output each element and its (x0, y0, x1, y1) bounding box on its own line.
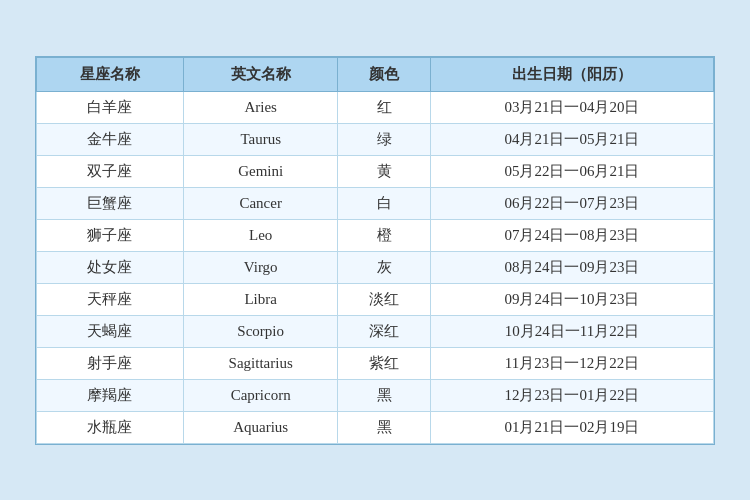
table-row: 白羊座Aries红03月21日一04月20日 (37, 91, 714, 123)
cell-r2-c3: 05月22日一06月21日 (430, 155, 713, 187)
cell-r10-c0: 水瓶座 (37, 411, 184, 443)
cell-r0-c3: 03月21日一04月20日 (430, 91, 713, 123)
cell-r6-c1: Libra (183, 283, 338, 315)
table-row: 摩羯座Capricorn黑12月23日一01月22日 (37, 379, 714, 411)
table-body: 白羊座Aries红03月21日一04月20日金牛座Taurus绿04月21日一0… (37, 91, 714, 443)
cell-r3-c0: 巨蟹座 (37, 187, 184, 219)
zodiac-table-container: 星座名称英文名称颜色出生日期（阳历） 白羊座Aries红03月21日一04月20… (35, 56, 715, 445)
cell-r1-c3: 04月21日一05月21日 (430, 123, 713, 155)
table-row: 处女座Virgo灰08月24日一09月23日 (37, 251, 714, 283)
cell-r7-c3: 10月24日一11月22日 (430, 315, 713, 347)
cell-r5-c0: 处女座 (37, 251, 184, 283)
cell-r3-c2: 白 (338, 187, 431, 219)
cell-r7-c0: 天蝎座 (37, 315, 184, 347)
cell-r9-c1: Capricorn (183, 379, 338, 411)
cell-r3-c3: 06月22日一07月23日 (430, 187, 713, 219)
cell-r1-c0: 金牛座 (37, 123, 184, 155)
cell-r3-c1: Cancer (183, 187, 338, 219)
cell-r7-c2: 深红 (338, 315, 431, 347)
table-row: 射手座Sagittarius紫红11月23日一12月22日 (37, 347, 714, 379)
col-header-0: 星座名称 (37, 57, 184, 91)
cell-r4-c0: 狮子座 (37, 219, 184, 251)
cell-r0-c2: 红 (338, 91, 431, 123)
cell-r4-c1: Leo (183, 219, 338, 251)
cell-r2-c2: 黄 (338, 155, 431, 187)
cell-r2-c1: Gemini (183, 155, 338, 187)
cell-r5-c2: 灰 (338, 251, 431, 283)
cell-r1-c2: 绿 (338, 123, 431, 155)
table-row: 双子座Gemini黄05月22日一06月21日 (37, 155, 714, 187)
cell-r2-c0: 双子座 (37, 155, 184, 187)
cell-r10-c1: Aquarius (183, 411, 338, 443)
cell-r9-c0: 摩羯座 (37, 379, 184, 411)
table-row: 金牛座Taurus绿04月21日一05月21日 (37, 123, 714, 155)
table-header-row: 星座名称英文名称颜色出生日期（阳历） (37, 57, 714, 91)
cell-r0-c0: 白羊座 (37, 91, 184, 123)
table-row: 天秤座Libra淡红09月24日一10月23日 (37, 283, 714, 315)
cell-r8-c3: 11月23日一12月22日 (430, 347, 713, 379)
col-header-3: 出生日期（阳历） (430, 57, 713, 91)
table-row: 天蝎座Scorpio深红10月24日一11月22日 (37, 315, 714, 347)
cell-r5-c3: 08月24日一09月23日 (430, 251, 713, 283)
cell-r8-c0: 射手座 (37, 347, 184, 379)
cell-r6-c3: 09月24日一10月23日 (430, 283, 713, 315)
table-row: 狮子座Leo橙07月24日一08月23日 (37, 219, 714, 251)
col-header-1: 英文名称 (183, 57, 338, 91)
cell-r4-c2: 橙 (338, 219, 431, 251)
table-row: 巨蟹座Cancer白06月22日一07月23日 (37, 187, 714, 219)
cell-r10-c3: 01月21日一02月19日 (430, 411, 713, 443)
cell-r9-c3: 12月23日一01月22日 (430, 379, 713, 411)
cell-r1-c1: Taurus (183, 123, 338, 155)
cell-r5-c1: Virgo (183, 251, 338, 283)
cell-r9-c2: 黑 (338, 379, 431, 411)
cell-r10-c2: 黑 (338, 411, 431, 443)
cell-r0-c1: Aries (183, 91, 338, 123)
cell-r8-c1: Sagittarius (183, 347, 338, 379)
table-row: 水瓶座Aquarius黑01月21日一02月19日 (37, 411, 714, 443)
cell-r7-c1: Scorpio (183, 315, 338, 347)
cell-r6-c2: 淡红 (338, 283, 431, 315)
zodiac-table: 星座名称英文名称颜色出生日期（阳历） 白羊座Aries红03月21日一04月20… (36, 57, 714, 444)
cell-r8-c2: 紫红 (338, 347, 431, 379)
cell-r6-c0: 天秤座 (37, 283, 184, 315)
cell-r4-c3: 07月24日一08月23日 (430, 219, 713, 251)
col-header-2: 颜色 (338, 57, 431, 91)
